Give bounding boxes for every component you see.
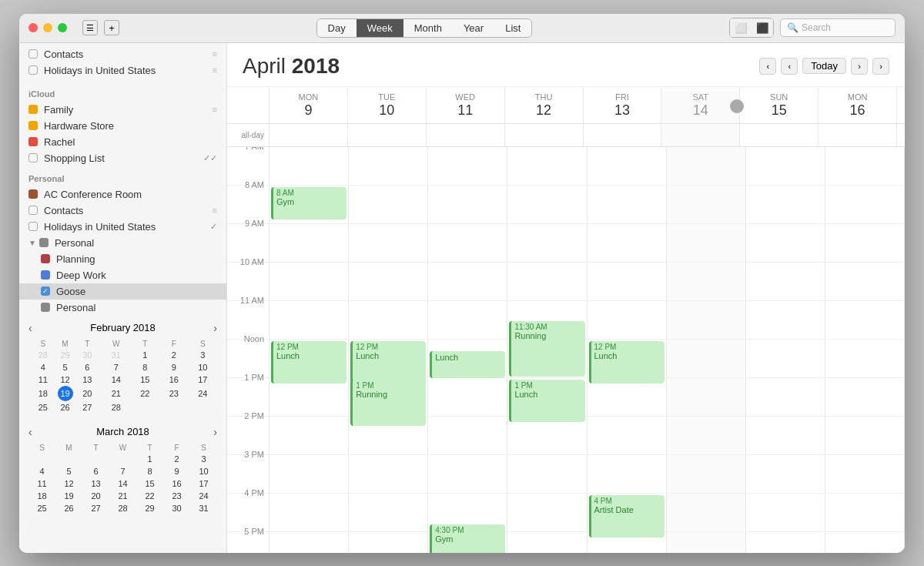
feb-day[interactable]: 20 [73, 386, 102, 401]
cell-wed-5pm[interactable]: 4:30 PM Gym [428, 532, 507, 552]
mar-day[interactable]: 26 [55, 502, 82, 514]
feb-day[interactable]: 16 [159, 373, 189, 386]
day-header-wed11[interactable]: WED 11 [427, 87, 505, 124]
cell-sun-10am[interactable] [746, 263, 825, 300]
mar-day[interactable]: 17 [190, 477, 217, 490]
cell-sat-7am[interactable] [667, 147, 746, 185]
cell-thu-8am[interactable] [507, 186, 587, 223]
mar-day[interactable]: 9 [163, 465, 190, 477]
cell-mon-10am[interactable] [270, 263, 349, 300]
cell-tue-11am[interactable] [349, 301, 428, 339]
day-header-sat14[interactable]: SAT 14 [661, 87, 740, 124]
cell-sat-noon[interactable] [667, 340, 746, 377]
prev-period-button[interactable]: ‹ [759, 58, 776, 75]
mar-day[interactable]: 30 [163, 502, 190, 514]
cell-mon-1pm[interactable] [270, 378, 349, 416]
feb-day[interactable]: 24 [189, 386, 218, 401]
cell-thu-10am[interactable] [507, 263, 587, 300]
cell-mon-8am[interactable]: 8 AM Gym [270, 186, 349, 223]
mar-day[interactable]: 22 [136, 490, 163, 502]
tab-list[interactable]: List [494, 19, 531, 37]
feb-day[interactable]: 15 [131, 373, 160, 386]
feb-day[interactable]: 2 [159, 349, 189, 361]
mar-day[interactable]: 18 [28, 490, 55, 502]
cell-mon2-5pm[interactable] [825, 532, 905, 552]
cell-sat-3pm[interactable] [667, 455, 746, 493]
mar-day[interactable]: 20 [82, 490, 109, 502]
feb-day[interactable]: 31 [102, 349, 131, 361]
feb-day[interactable]: 23 [159, 386, 189, 401]
cell-wed-8am[interactable] [428, 186, 507, 223]
event-lunch-thu[interactable]: 1 PM Lunch [509, 380, 584, 422]
cell-sat-9am[interactable] [667, 224, 746, 262]
feb-day[interactable]: 9 [159, 361, 189, 373]
cell-sun-9am[interactable] [746, 224, 825, 262]
cell-mon2-10am[interactable] [825, 263, 905, 300]
close-button[interactable] [28, 23, 38, 32]
cell-mon2-7am[interactable] [825, 147, 905, 185]
cell-sun-3pm[interactable] [746, 455, 825, 493]
cell-fri-4pm[interactable]: 4 PM Artist Date [588, 494, 667, 531]
cell-sun-noon[interactable] [746, 340, 825, 377]
cell-tue-2pm[interactable] [349, 417, 428, 454]
feb-day[interactable]: 7 [102, 361, 131, 373]
maximize-button[interactable] [58, 23, 67, 32]
cell-fri-1pm[interactable] [588, 378, 667, 416]
sidebar-item-contacts-personal[interactable]: Contacts ≡ [19, 203, 226, 219]
event-lunch-mon[interactable]: 12 PM Lunch [271, 341, 346, 383]
cell-sun-11am[interactable] [746, 301, 825, 339]
cell-mon-2pm[interactable] [270, 417, 349, 454]
mar-day[interactable]: 24 [190, 490, 217, 502]
day-header-thu12[interactable]: THU 12 [505, 87, 584, 124]
sidebar-item-personal-child[interactable]: Personal [19, 300, 226, 316]
tab-day[interactable]: Day [317, 19, 357, 37]
cell-tue-3pm[interactable] [349, 455, 428, 493]
mar-day[interactable]: 2 [163, 453, 190, 465]
tab-month[interactable]: Month [403, 19, 453, 37]
cell-thu-4pm[interactable] [507, 494, 587, 531]
mar-day[interactable]: 29 [136, 502, 163, 514]
sidebar-item-family[interactable]: Family ≡ [19, 102, 226, 118]
cell-tue-4pm[interactable] [349, 494, 428, 531]
feb-day[interactable]: 25 [28, 401, 58, 414]
event-lunch-tue[interactable]: 12 PM Lunch [350, 341, 426, 383]
feb-day[interactable]: 27 [73, 401, 102, 414]
mar-day[interactable]: 31 [190, 502, 217, 514]
feb-day[interactable]: 30 [73, 349, 102, 361]
allday-wed[interactable] [427, 124, 505, 146]
next-week-button[interactable]: › [851, 58, 868, 75]
sidebar-item-rachel[interactable]: Rachel [19, 134, 226, 150]
cell-wed-noon[interactable]: Lunch [428, 340, 507, 377]
sidebar-item-goose[interactable]: ✓ Goose [19, 283, 226, 300]
feb-prev-button[interactable]: ‹ [28, 322, 32, 334]
tab-year[interactable]: Year [453, 19, 494, 37]
cell-fri-2pm[interactable] [588, 417, 667, 454]
cell-thu-1pm[interactable]: 1 PM Lunch [507, 378, 587, 416]
mar-day[interactable]: 7 [109, 465, 136, 477]
cell-thu-7am[interactable] [507, 147, 587, 185]
cell-sun-5pm[interactable] [746, 532, 825, 552]
sidebar-toggle[interactable]: ☰ [82, 20, 98, 35]
feb-day[interactable]: 11 [28, 373, 58, 386]
mar-day[interactable]: 5 [55, 465, 82, 477]
feb-day[interactable]: 12 [58, 373, 73, 386]
cell-tue-9am[interactable] [349, 224, 428, 262]
feb-day[interactable]: 28 [28, 349, 58, 361]
event-running-thu[interactable]: 11:30 AM Running [509, 321, 584, 377]
cell-mon2-9am[interactable] [825, 224, 905, 262]
cell-mon-5pm[interactable] [270, 532, 349, 552]
cell-fri-10am[interactable] [588, 263, 667, 300]
cell-fri-11am[interactable] [588, 301, 667, 339]
mar-day[interactable]: 19 [55, 490, 82, 502]
sidebar-item-shopping[interactable]: Shopping List ✓✓ [19, 150, 226, 166]
allday-fri[interactable] [584, 124, 662, 146]
cell-fri-5pm[interactable] [588, 532, 667, 552]
feb-day[interactable]: 18 [28, 386, 58, 401]
mar-day[interactable]: 12 [55, 477, 82, 490]
feb-day[interactable]: 14 [102, 373, 131, 386]
next-period-button[interactable]: › [872, 58, 889, 75]
cell-fri-3pm[interactable] [588, 455, 667, 493]
cell-mon2-2pm[interactable] [825, 417, 905, 454]
mar-day[interactable]: 25 [28, 502, 55, 514]
mar-prev-button[interactable]: ‹ [28, 426, 32, 438]
